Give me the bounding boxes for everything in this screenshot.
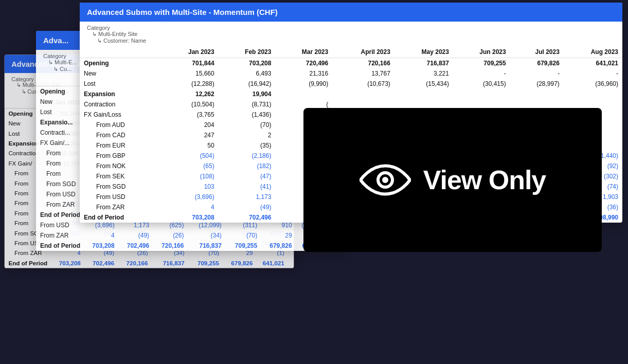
col-mar-front: Mar 2023 [275,46,332,58]
col-jan-front: Jan 2023 [162,46,219,58]
view-only-overlay: View Only [303,108,602,252]
col-may-front: May 2023 [394,46,453,58]
col-aug-front: Aug 2023 [564,46,622,58]
row-eop-lower-2: End of Period703,208702,496720,166716,83… [36,241,345,251]
category-label-front: Category [87,25,615,31]
col-header-label-2 [36,75,84,86]
col-apr-front: April 2023 [332,46,394,58]
svg-point-1 [382,177,388,183]
view-only-label: View Only [423,165,546,195]
col-label-front [80,46,162,58]
panel-title-2: Adva... [43,36,68,45]
row-expansion-front: Expansion 12,26219,904 [80,89,622,99]
col-jun-front: Jun 2023 [453,46,510,58]
panel-subheader-front: Category ↳ Multi-Entity Site ↳ Customer:… [80,22,622,46]
customer-name-front: ↳ Customer: Name [87,38,615,44]
col-jul-front: Jul 2023 [510,46,564,58]
multi-entity-front: ↳ Multi-Entity Site [87,31,615,38]
row-opening-front: Opening 701,844703,208720,496720,166716,… [80,58,622,69]
eye-icon [360,162,411,198]
row-eop-b3: End of Period703,208702,496720,166716,83… [5,258,294,268]
col-feb-front: Feb 2023 [219,46,276,58]
row-from-zar-lower-2: From ZAR4(49)(26)(34)(70)29(1)(36) [36,230,345,241]
row-new-front: New 15,6606,49321,31613,7673,221--- [80,68,622,79]
row-lost-front: Lost (12,288)(16,942)(9,990)(10,673)(15,… [80,79,622,89]
panel-header-front: Advanced Submo with Multi-Site - Momentu… [80,3,622,22]
panel-title-front: Advanced Submo with Multi-Site - Momentu… [87,8,278,16]
